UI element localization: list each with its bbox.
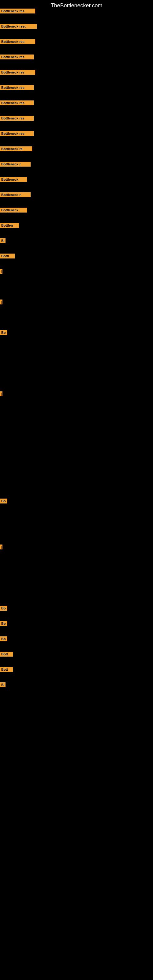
bottleneck-label: Bottlen <box>0 223 19 228</box>
bottleneck-label: Bo <box>0 636 7 641</box>
bottleneck-label: Bottleneck <box>0 177 27 182</box>
bottleneck-label: Bottleneck res <box>0 116 33 121</box>
bottleneck-label: Bottleneck resu <box>0 24 37 29</box>
bottleneck-label: Bottl <box>0 254 15 258</box>
bottleneck-label: Bott <box>0 652 13 657</box>
bottleneck-label: Bottleneck res <box>0 54 33 59</box>
bottleneck-label: Bo <box>0 499 7 503</box>
bottleneck-label: Bottleneck re <box>0 146 32 151</box>
bottleneck-label: | <box>0 269 2 274</box>
bottleneck-label: Bottleneck res <box>0 9 35 13</box>
bottleneck-label: Bottleneck res <box>0 39 35 44</box>
bottleneck-label: Bottleneck r <box>0 192 30 197</box>
bottleneck-label: Bottleneck r <box>0 162 30 167</box>
bottleneck-label: Bottleneck res <box>0 131 33 136</box>
bottleneck-label: Bo <box>0 330 7 335</box>
bottleneck-label: | <box>0 391 2 396</box>
bottleneck-label: Bottleneck <box>0 208 27 213</box>
bottleneck-label: Bo <box>0 621 7 626</box>
bottleneck-label: B <box>0 238 5 243</box>
bottleneck-label: Bott <box>0 667 13 672</box>
bottleneck-label: Bottleneck res <box>0 85 33 90</box>
bottleneck-label: B <box>0 682 5 687</box>
bottleneck-label: Bo <box>0 606 7 611</box>
bottleneck-label: | <box>0 299 2 304</box>
bottleneck-label: | <box>0 544 2 549</box>
bottleneck-label: Bottleneck res <box>0 100 33 105</box>
bottleneck-label: Bottleneck res <box>0 70 35 75</box>
